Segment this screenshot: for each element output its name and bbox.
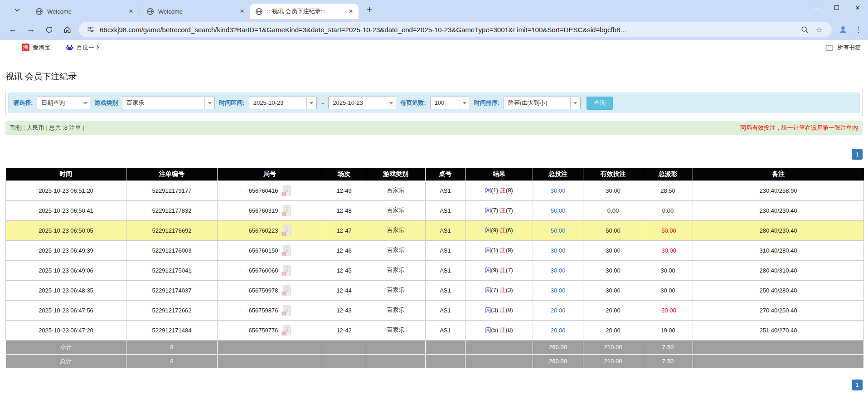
- page-1-button[interactable]: 1: [852, 149, 863, 160]
- page-size-select[interactable]: 100: [430, 97, 470, 109]
- cell-game-type: 百家乐: [366, 200, 426, 220]
- banker-result: 庄: [500, 207, 506, 214]
- player-result: 闲: [485, 267, 491, 273]
- banker-result: 庄: [500, 187, 506, 194]
- game-type-select[interactable]: 百家乐: [122, 97, 215, 109]
- close-icon[interactable]: ✕: [347, 7, 355, 15]
- tab-welcome-2[interactable]: Welcome ✕: [141, 4, 250, 19]
- address-bar[interactable]: 66cxkj98.com/game/betrecord_search/kind3…: [79, 22, 832, 37]
- new-tab-button[interactable]: +: [363, 3, 376, 16]
- cell-total-bet-link[interactable]: 20.00: [533, 300, 583, 320]
- date-start-select[interactable]: 2025-10-23: [249, 97, 317, 109]
- bookmark-star-icon[interactable]: ☆: [812, 25, 826, 34]
- replay-icon[interactable]: [281, 205, 291, 216]
- table-row: 2025-10-23 06:49:06522912175041656760060…: [6, 260, 864, 280]
- chevron-down-icon: [570, 97, 580, 109]
- cell-result: 闲(1) 庄(8): [466, 180, 533, 200]
- forward-button[interactable]: →: [22, 21, 40, 38]
- chevron-down-icon: [386, 97, 396, 109]
- replay-icon[interactable]: [281, 265, 291, 276]
- query-type-select[interactable]: 日期查询: [37, 97, 90, 109]
- cell-session: 12-46: [322, 240, 366, 260]
- cell-total-bet-link[interactable]: 30.00: [533, 280, 583, 300]
- home-button[interactable]: [58, 21, 76, 38]
- cell-bet-number: 522912176003: [126, 240, 218, 260]
- bookmark-taobao[interactable]: 淘 爱淘宝: [22, 44, 50, 52]
- cell-game-type: 百家乐: [366, 280, 426, 300]
- player-score: (7): [491, 207, 498, 214]
- player-score: (7): [491, 287, 498, 293]
- zoom-icon[interactable]: [797, 26, 812, 34]
- replay-icon[interactable]: [281, 305, 291, 316]
- banker-result: 庄: [500, 247, 506, 253]
- cell-total-bet-link[interactable]: 50.00: [533, 200, 583, 220]
- tab-search-button[interactable]: [11, 4, 24, 16]
- cell-note: 280.40/310.40: [693, 260, 864, 280]
- page-1-button[interactable]: 1: [852, 380, 863, 390]
- cell-session: 12-42: [322, 320, 366, 340]
- maximize-button[interactable]: [826, 0, 847, 15]
- tab-welcome-1[interactable]: Welcome ✕: [30, 4, 139, 19]
- cell-session: 12-49: [322, 180, 366, 200]
- profile-avatar[interactable]: [834, 21, 852, 38]
- cell-total-bet-link[interactable]: 30.00: [533, 240, 583, 260]
- column-header: 桌号: [426, 168, 466, 180]
- round-number: 656759776: [248, 327, 278, 334]
- summary-empty-cell: [366, 340, 426, 354]
- cell-total-bet-link[interactable]: 20.00: [533, 320, 583, 340]
- cell-round-number: 656760416: [218, 180, 322, 200]
- bookmark-label: 百度一下: [77, 44, 100, 52]
- cell-valid-bet: 50.00: [583, 220, 643, 240]
- sort-order-value: 降幂(由大到小): [504, 97, 570, 109]
- sort-order-select[interactable]: 降幂(由大到小): [504, 97, 581, 109]
- replay-icon[interactable]: [281, 285, 291, 296]
- cell-total-bet-link[interactable]: 30.00: [533, 260, 583, 280]
- banker-score: (7): [506, 207, 513, 214]
- summary-total-bet: 260.00: [533, 354, 583, 368]
- replay-icon[interactable]: [281, 225, 291, 236]
- search-button[interactable]: 查询: [587, 97, 613, 110]
- all-bookmarks-button[interactable]: 所有书签: [825, 44, 861, 52]
- cell-total-bet-link[interactable]: 30.00: [533, 180, 583, 200]
- replay-icon[interactable]: [281, 325, 291, 336]
- cell-round-number: 656760223: [218, 220, 322, 240]
- tab-bet-records-active[interactable]: :::视讯 会员下注纪录::: ✕: [250, 4, 359, 19]
- replay-icon[interactable]: [281, 185, 291, 196]
- person-icon: [838, 24, 848, 34]
- cell-bet-number: 522912177832: [126, 200, 218, 220]
- back-button[interactable]: ←: [4, 21, 22, 38]
- column-header: 备注: [693, 168, 864, 180]
- game-type-label: 游戏类别: [94, 99, 118, 107]
- player-result: 闲: [485, 187, 491, 194]
- browser-menu-button[interactable]: ⋮: [852, 21, 865, 38]
- cell-bet-number: 522912175041: [126, 260, 218, 280]
- bookmark-baidu[interactable]: 百度一下: [66, 44, 100, 52]
- replay-icon[interactable]: [281, 245, 291, 256]
- close-icon[interactable]: ✕: [238, 7, 246, 15]
- tab-strip: Welcome ✕ Welcome ✕ :::视讯 会员下注纪录::: ✕ + …: [0, 0, 868, 19]
- banker-result: 庄: [500, 227, 506, 234]
- date-end-select[interactable]: 2025-10-23: [328, 97, 396, 109]
- cell-note: 251.40/270.40: [693, 320, 864, 340]
- bookmarks-separator: [818, 44, 818, 52]
- cell-game-type: 百家乐: [366, 220, 426, 240]
- close-window-button[interactable]: ✕: [847, 0, 868, 15]
- summary-empty-cell: [426, 340, 466, 354]
- cell-note: 280.40/230.40: [693, 220, 864, 240]
- cell-bet-number: 522912171484: [126, 320, 218, 340]
- summary-total-bet: 260.00: [533, 340, 583, 354]
- cell-valid-bet: 20.00: [583, 320, 643, 340]
- minimize-button[interactable]: [805, 0, 826, 15]
- close-icon[interactable]: ✕: [127, 7, 135, 15]
- cell-payout: -30.00: [643, 240, 693, 260]
- site-info-icon[interactable]: [84, 25, 97, 34]
- column-header: 有效投注: [583, 168, 643, 180]
- cell-total-bet-link[interactable]: 50.00: [533, 220, 583, 240]
- minimize-icon: [814, 8, 819, 8]
- cell-round-number: 656759776: [218, 320, 322, 340]
- cell-result: 闲(7) 庄(7): [466, 200, 533, 220]
- summary-label: 小计: [6, 340, 126, 354]
- reload-button[interactable]: [40, 21, 58, 38]
- table-row: 2025-10-23 06:47:56522912172662656759876…: [6, 300, 864, 320]
- pagination-top: 1: [5, 149, 863, 160]
